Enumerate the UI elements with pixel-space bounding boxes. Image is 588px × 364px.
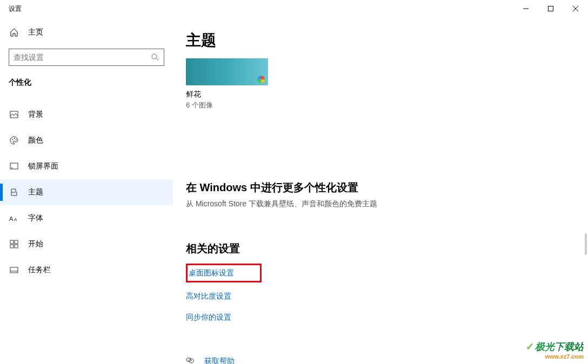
nav-item-lockscreen[interactable]: 锁屏界面 — [0, 153, 173, 179]
nav-item-taskbar[interactable]: 任务栏 — [0, 257, 173, 283]
link-desktop-icon-settings[interactable]: 桌面图标设置 — [189, 268, 234, 278]
window-title: 设置 — [9, 4, 22, 14]
scrollbar[interactable] — [585, 233, 587, 255]
related-settings-heading: 相关的设置 — [186, 241, 566, 256]
nav-label: 开始 — [28, 239, 43, 249]
sidebar: 主页 个性化 背景 颜色 锁屏界面 主题 — [0, 17, 173, 364]
nav-label: 颜色 — [28, 136, 43, 145]
svg-point-11 — [11, 167, 12, 168]
svg-line-5 — [156, 58, 158, 60]
link-sync-settings[interactable]: 同步你的设置 — [186, 313, 231, 322]
nav-list: 背景 颜色 锁屏界面 主题 AA 字体 开始 — [0, 102, 173, 283]
search-box[interactable] — [9, 49, 164, 66]
svg-rect-1 — [549, 6, 553, 11]
themes-icon — [9, 188, 19, 197]
more-personalization-sub: 从 Microsoft Store 下载兼具壁纸、声音和颜色的免费主题 — [186, 199, 566, 209]
svg-point-4 — [152, 54, 157, 59]
svg-point-8 — [14, 138, 15, 139]
start-icon — [9, 240, 19, 248]
close-button[interactable] — [563, 0, 588, 17]
svg-rect-14 — [10, 240, 14, 244]
svg-rect-18 — [10, 267, 18, 273]
maximize-button[interactable] — [538, 0, 563, 17]
nav-label: 任务栏 — [28, 265, 51, 275]
nav-item-fonts[interactable]: AA 字体 — [0, 205, 173, 231]
svg-text:A: A — [14, 217, 17, 222]
picture-icon — [9, 110, 19, 119]
minimize-button[interactable] — [513, 0, 538, 17]
nav-label: 锁屏界面 — [28, 161, 58, 171]
svg-rect-17 — [15, 245, 18, 248]
help-icon: ? — [186, 356, 197, 364]
palette-icon — [9, 136, 19, 145]
main-panel: 主题 鲜花 6 个图像 在 Windows 中进行更多个性化设置 从 Micro… — [173, 17, 588, 364]
nav-item-background[interactable]: 背景 — [0, 102, 173, 127]
fonts-icon: AA — [9, 214, 19, 222]
nav-item-themes[interactable]: 主题 — [0, 179, 173, 205]
titlebar: 设置 — [0, 0, 588, 17]
nav-label: 主题 — [28, 187, 43, 197]
search-input[interactable] — [14, 53, 151, 62]
home-link[interactable]: 主页 — [0, 22, 173, 43]
theme-tile[interactable]: 鲜花 6 个图像 — [186, 58, 268, 110]
taskbar-icon — [9, 266, 19, 274]
link-high-contrast-settings[interactable]: 高对比度设置 — [186, 292, 231, 301]
svg-point-7 — [12, 139, 13, 140]
theme-name: 鲜花 — [186, 90, 268, 99]
search-icon — [151, 53, 159, 62]
home-icon — [9, 28, 19, 37]
svg-text:?: ? — [190, 359, 192, 362]
nav-label: 背景 — [28, 110, 43, 119]
nav-label: 字体 — [28, 213, 43, 223]
highlight-annotation: 桌面图标设置 — [186, 264, 262, 282]
watermark-title: 极光下载站 — [526, 340, 584, 353]
nav-item-start[interactable]: 开始 — [0, 231, 173, 257]
home-label: 主页 — [28, 28, 43, 37]
get-help-link[interactable]: ? 获取帮助 — [186, 356, 566, 364]
svg-rect-16 — [10, 245, 14, 248]
get-help-label: 获取帮助 — [204, 356, 235, 364]
watermark: 极光下载站 www.xz7.com — [526, 340, 584, 360]
lockscreen-icon — [9, 162, 19, 171]
more-personalization-heading: 在 Windows 中进行更多个性化设置 — [186, 180, 566, 195]
watermark-url: www.xz7.com — [526, 353, 584, 360]
svg-text:A: A — [9, 215, 14, 222]
page-title: 主题 — [186, 30, 566, 51]
nav-item-colors[interactable]: 颜色 — [0, 127, 173, 153]
category-header: 个性化 — [0, 66, 173, 92]
svg-point-9 — [16, 139, 17, 140]
theme-subtitle: 6 个图像 — [186, 100, 268, 110]
svg-rect-15 — [15, 240, 18, 244]
theme-thumbnail — [186, 58, 268, 85]
